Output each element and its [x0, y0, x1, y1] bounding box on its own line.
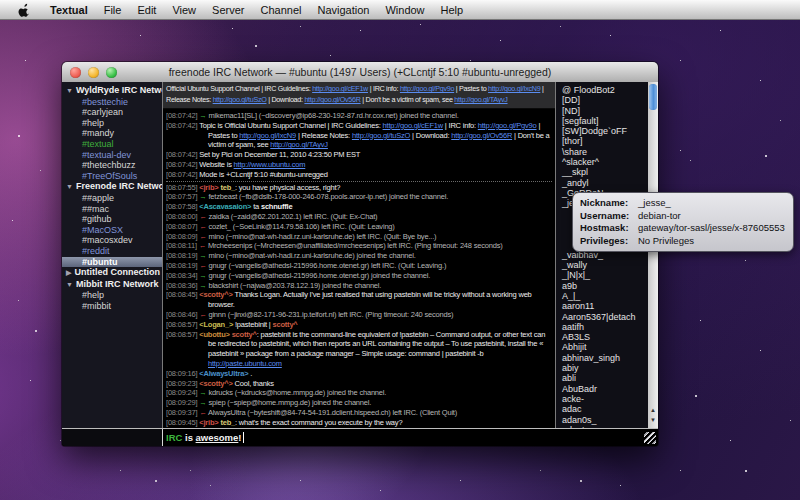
user-item[interactable]: aaron11	[562, 301, 648, 311]
user-item[interactable]: _wally	[562, 260, 648, 270]
sidebar-item-carlyjean[interactable]: #carlyjean	[62, 107, 162, 118]
sidebar-item-reddit[interactable]: #reddit	[62, 246, 162, 257]
user-item[interactable]: [DD]	[562, 95, 648, 105]
sidebar-item-MacOSX[interactable]: #MacOSX	[62, 225, 162, 236]
link[interactable]: http://goo.gl/IxcN9	[239, 131, 296, 140]
sidebar-item-help[interactable]: #help	[62, 290, 162, 301]
link[interactable]: http://goo.gl/Ov56R	[451, 131, 512, 140]
user-item[interactable]: [SW]Dodge`oFF	[562, 126, 648, 136]
link[interactable]: http://goo.gl/cEF1w	[383, 121, 443, 130]
user-item[interactable]: __skpl	[562, 167, 648, 177]
link[interactable]: http://goo.gl/cEF1w	[312, 84, 368, 93]
sidebar-item-mibbit[interactable]: #mibbit	[62, 301, 162, 312]
chat-area[interactable]: [08:07:42] → mikemac11[SL] (~discovery@i…	[163, 109, 555, 428]
user-item[interactable]: adac	[562, 404, 648, 414]
link[interactable]: http://goo.gl/IxcN9	[488, 84, 540, 93]
menu-item-server[interactable]: Server	[204, 4, 252, 16]
apple-menu-icon[interactable]	[12, 3, 36, 17]
menu-item-channel[interactable]: Channel	[252, 4, 309, 16]
menu-item-textual[interactable]: Textual	[42, 4, 96, 16]
link[interactable]: http://goo.gl/Ov56R	[304, 95, 360, 104]
menu-item-view[interactable]: View	[164, 4, 204, 16]
disclosure-triangle-icon[interactable]: ▼	[66, 87, 73, 94]
close-button[interactable]	[70, 67, 81, 78]
menu-item-edit[interactable]: Edit	[129, 4, 164, 16]
userlist-scrollbar[interactable]: ▲ ▼	[648, 82, 658, 428]
message-segment: | Pastes to	[454, 84, 488, 93]
user-item[interactable]: [ND]	[562, 106, 648, 116]
sidebar-item-textual[interactable]: #textual	[62, 139, 162, 150]
link[interactable]: http://goo.gl/TAyvJ	[270, 140, 328, 149]
minimize-button[interactable]	[88, 67, 99, 78]
menu-item-file[interactable]: File	[96, 4, 130, 16]
menu-item-navigation[interactable]: Navigation	[309, 4, 377, 16]
user-item[interactable]: @ FloodBot2	[562, 85, 648, 95]
desktop: TextualFileEditViewServerChannelNavigati…	[0, 0, 800, 500]
message-input-bar[interactable]: IRC is awesome!	[62, 428, 658, 446]
sidebar-item-TreeOfSouls[interactable]: #TreeOfSouls	[62, 171, 162, 182]
sidebar-item-thetechbuzz[interactable]: #thetechbuzz	[62, 160, 162, 171]
sidebar-item-ubuntu[interactable]: #ubuntu	[62, 257, 162, 268]
window-titlebar[interactable]: freenode IRC Network — #ubuntu (1497 Use…	[62, 62, 658, 83]
scrollbar-thumb[interactable]	[649, 84, 657, 110]
user-item[interactable]: [thor]	[562, 136, 648, 146]
disclosure-triangle-icon[interactable]: ▼	[66, 183, 73, 190]
disclosure-triangle-icon[interactable]: ▶	[66, 269, 71, 276]
user-item[interactable]: adan0s_	[562, 415, 648, 425]
sidebar-item-mac[interactable]: ##mac	[62, 204, 162, 215]
user-item[interactable]: AbuBadr	[562, 384, 648, 394]
server-group[interactable]: ▼WyldRyde IRC Network	[62, 85, 162, 97]
link[interactable]: http://goo.gl/Pgv9o	[478, 121, 537, 130]
message-segment: [08:08:36]	[166, 281, 199, 290]
disclosure-triangle-icon[interactable]: ▼	[66, 281, 73, 288]
message-segment: [08:08:57]	[166, 330, 199, 339]
server-group[interactable]: ▶Untitled Connection	[62, 267, 162, 279]
user-item[interactable]: AB3LS	[562, 332, 648, 342]
chat-message: [08:08:45] <scotty^> Thanks Logan. Actua…	[166, 290, 552, 310]
message-input[interactable]: IRC is awesome!	[163, 432, 244, 443]
user-item[interactable]: abli	[562, 373, 648, 383]
user-item[interactable]: aatifh	[562, 322, 648, 332]
link[interactable]: http://goo.gl/Pgv9o	[400, 84, 454, 93]
sidebar-item-macosxdev[interactable]: #macosxdev	[62, 235, 162, 246]
user-item[interactable]: A_|_	[562, 291, 648, 301]
link[interactable]: http://goo.gl/tuSzO	[213, 95, 267, 104]
user-item[interactable]: acke-	[562, 394, 648, 404]
user-item[interactable]: _|N|x|_	[562, 270, 648, 280]
menu-item-help[interactable]: Help	[433, 4, 472, 16]
sidebar-item-mandy[interactable]: #mandy	[62, 128, 162, 139]
user-item[interactable]: Abhijit	[562, 342, 648, 352]
user-list[interactable]: @ FloodBot2[DD][ND][segfault][SW]Dodge`o…	[556, 82, 648, 428]
user-item[interactable]: abiy	[562, 363, 648, 373]
link[interactable]: http://paste.ubuntu.com	[208, 359, 282, 368]
resize-grip-icon[interactable]	[644, 432, 656, 444]
user-item[interactable]: ^slacker^	[562, 157, 648, 167]
tooltip-label: Hostmask:	[580, 222, 638, 235]
message-segment: : pastebinit is the command-line equival…	[208, 330, 545, 359]
sidebar-item-github[interactable]: #github	[62, 214, 162, 225]
message-segment: [08:09:24]	[166, 388, 199, 397]
user-item[interactable]: abhinav_singh	[562, 353, 648, 363]
scroll-up-icon[interactable]: ▲	[648, 405, 658, 415]
server-group[interactable]: ▼Freenode IRC Network	[62, 181, 162, 193]
link[interactable]: http://goo.gl/TAyvJ	[454, 95, 507, 104]
user-item[interactable]: \share	[562, 147, 648, 157]
sidebar-item-help[interactable]: #help	[62, 118, 162, 129]
sidebar-item-besttechie[interactable]: #besttechie	[62, 97, 162, 108]
user-item[interactable]: Aaron5367|detach	[562, 312, 648, 322]
user-item[interactable]: a9b	[562, 281, 648, 291]
user-item[interactable]: _andyl	[562, 178, 648, 188]
message-segment: .	[250, 369, 252, 378]
message-segment: [08:08:11]	[166, 241, 199, 250]
sidebar-item-apple[interactable]: ##apple	[62, 193, 162, 204]
link[interactable]: http://www.ubuntu.com	[234, 160, 306, 169]
chat-message: [08:09:24] → kdrucks (~kdrucks@home.mmpg…	[166, 388, 552, 398]
server-group[interactable]: ▼Mibbit IRC Network	[62, 279, 162, 291]
link[interactable]: http://goo.gl/tuSzO	[352, 131, 410, 140]
sidebar-item-textualdev[interactable]: #textual-dev	[62, 150, 162, 161]
scroll-down-icon[interactable]: ▼	[648, 415, 658, 425]
channel-sidebar[interactable]: ▼WyldRyde IRC Network#besttechie#carlyje…	[62, 82, 162, 428]
menu-item-window[interactable]: Window	[377, 4, 432, 16]
user-item[interactable]: [segfault]	[562, 116, 648, 126]
tooltip-value: debian-tor	[638, 210, 681, 223]
